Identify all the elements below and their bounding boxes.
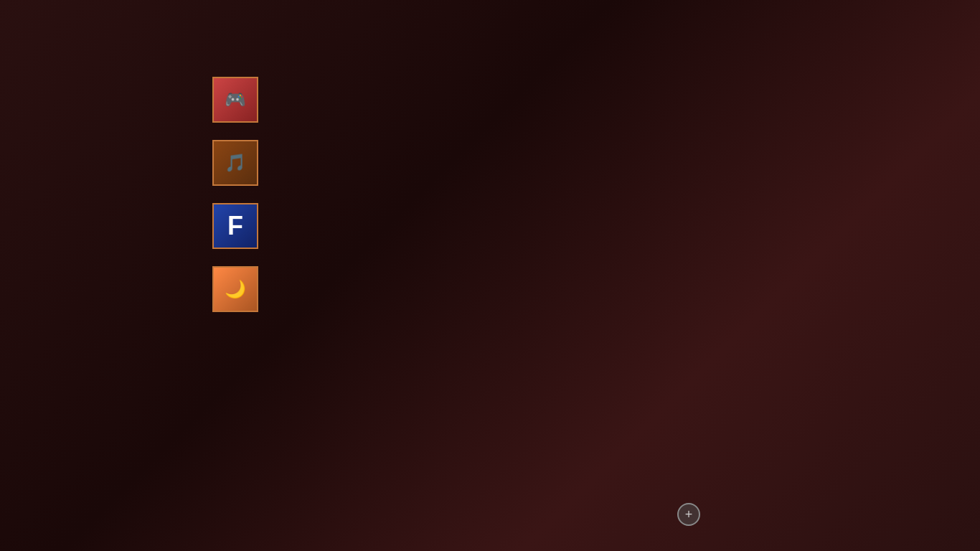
room-thumbnail: 🌙 — [212, 266, 258, 312]
room-thumbnail: 🎮 — [212, 77, 258, 123]
room-thumbnail: 🎵 — [212, 140, 258, 186]
room-thumbnail: F — [212, 203, 258, 249]
add-friend-button[interactable]: + — [677, 503, 700, 526]
